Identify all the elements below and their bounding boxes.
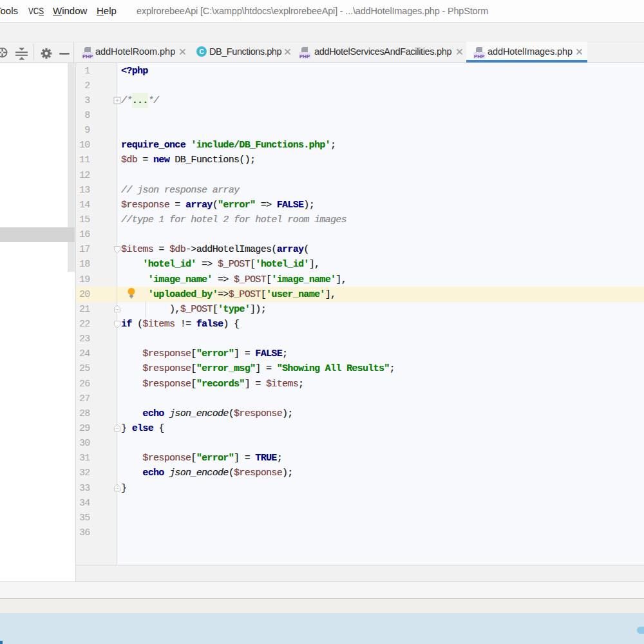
svg-text:C: C bbox=[199, 48, 204, 55]
svg-text:PHP: PHP bbox=[82, 53, 93, 59]
svg-text:PHP: PHP bbox=[299, 53, 310, 59]
svg-text:PHP: PHP bbox=[474, 53, 485, 59]
